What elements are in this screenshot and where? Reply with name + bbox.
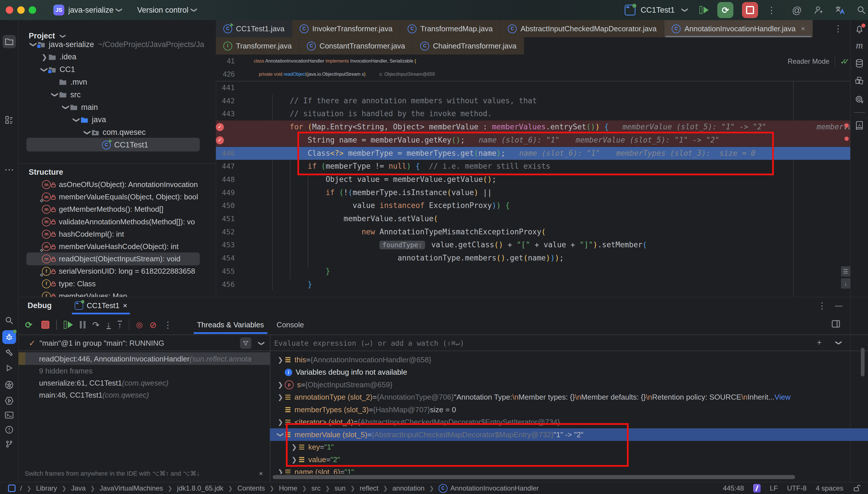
horizontal-scrollbar[interactable] — [273, 475, 795, 479]
structure-item[interactable]: m◇memberValueHashCode(Object): int — [18, 241, 216, 253]
indent-style[interactable]: 4 spaces — [816, 484, 843, 492]
chevron-down-icon[interactable]: ❯ — [30, 41, 38, 48]
search-everywhere-icon[interactable] — [856, 5, 866, 15]
resume-button[interactable] — [700, 6, 709, 14]
code-line-426[interactable]: 426 private void readObject(java.io.Obje… — [216, 68, 850, 81]
variable-row-s[interactable]: ❯ps = {ObjectInputStream@659} — [270, 378, 868, 391]
close-icon[interactable]: × — [801, 25, 805, 33]
editor-tab[interactable]: CCC1Test1.java — [216, 20, 292, 37]
frame-row[interactable]: readObject:446, AnnotationInvocationHand… — [25, 353, 270, 365]
close-icon[interactable]: × — [123, 301, 127, 310]
chevron-down-icon[interactable]: ❯ — [277, 430, 284, 439]
thread-selector[interactable]: ✓ "main"@1 in group "main": RUNNING ❯ — [18, 336, 270, 350]
code-line-443[interactable]: 443 // situation is handled by the invok… — [216, 107, 850, 120]
code-line-449[interactable]: 449 if (!(memberType.isInstance(value) |… — [216, 186, 850, 200]
breadcrumb-item[interactable]: reflect — [359, 484, 378, 492]
dictionary-icon[interactable]: A — [855, 121, 864, 131]
services-tool-icon[interactable] — [5, 396, 14, 405]
breadcrumb-item[interactable]: src — [311, 484, 321, 492]
structure-item[interactable]: fmemberValues: Map — [18, 290, 216, 297]
vertical-scrollbar[interactable] — [861, 348, 865, 376]
more-tools-icon[interactable]: ⋯ — [4, 164, 14, 175]
editor-tab[interactable]: ITransformer.java — [216, 37, 299, 55]
step-into-icon[interactable]: ↓ — [107, 321, 111, 329]
tree-item-cc1[interactable]: ❯CC1 — [18, 63, 216, 76]
maximize-window-button[interactable] — [29, 6, 36, 14]
build-tool-icon[interactable] — [5, 348, 14, 358]
rerun-debug-button[interactable]: ⟳ — [717, 2, 733, 18]
translate-icon[interactable] — [835, 5, 845, 15]
hide-panel-icon[interactable]: — — [835, 301, 843, 310]
scrollbar-widget-lines-icon[interactable]: ☰ — [841, 266, 850, 277]
code-line-451[interactable]: 451 memberValue.setValue( — [216, 212, 850, 226]
code-line-452[interactable]: 452 new AnnotationTypeMismatchExceptionP… — [216, 226, 850, 239]
breadcrumb-item[interactable]: sun — [334, 484, 346, 492]
debug-more-icon[interactable]: ⋮ — [164, 320, 172, 330]
tree-item-java-serialize[interactable]: ❯java-serialize~/Code­Project/JavaProjec… — [18, 38, 216, 51]
code-line-455[interactable]: 455 } — [216, 265, 850, 278]
tree-item-com-qwesec[interactable]: ❯com.qwesec — [18, 126, 216, 139]
chevron-down-icon[interactable]: ❯ — [73, 116, 81, 124]
stop-icon[interactable] — [41, 321, 49, 329]
editor-tab[interactable]: CAbstractInputCheckedMapDecorator.java — [500, 20, 664, 37]
stop-button[interactable] — [742, 2, 758, 18]
database-icon[interactable] — [855, 59, 864, 69]
structure-item[interactable]: m◇memberValueEquals(Object, Object): boo… — [18, 191, 216, 203]
caret-position[interactable]: 445:48 — [723, 484, 744, 492]
add-user-icon[interactable] — [813, 5, 823, 15]
chevron-down-icon[interactable]: ❯ — [835, 340, 843, 345]
step-over-icon[interactable]: ↷ — [92, 320, 99, 330]
editor-tab[interactable]: CAnnotationInvocationHandler.java× — [664, 20, 813, 37]
code-line-450[interactable]: 450 value instanceof ExceptionProxy)) { — [216, 199, 850, 212]
chevron-right-icon[interactable]: ❯ — [276, 418, 285, 426]
problems-tool-icon[interactable] — [5, 425, 14, 434]
notifications-icon[interactable] — [854, 24, 864, 34]
search-tool-icon[interactable] — [5, 316, 14, 325]
dependencies-icon[interactable] — [854, 76, 864, 86]
kubernetes-tool-icon[interactable] — [4, 380, 14, 390]
ai-assistant-icon[interactable]: @ — [792, 5, 802, 16]
git-tool-icon[interactable] — [5, 439, 14, 449]
view-breakpoints-icon[interactable]: ◎ — [136, 320, 143, 329]
run-tool-icon[interactable] — [5, 364, 13, 372]
breakpoint-icon[interactable]: ✓ — [216, 136, 224, 144]
vcs-menu[interactable]: Version control — [137, 6, 189, 15]
pause-icon[interactable] — [80, 321, 86, 328]
breadcrumb-item[interactable]: Contents — [237, 484, 265, 492]
editor-tab[interactable]: CConstantTransformer.java — [299, 37, 413, 55]
variable-row-annotationtype-slot_2-[interactable]: ❯annotationType (slot_2) = {AnnotationTy… — [270, 391, 868, 404]
structure-item[interactable]: mhashCodeImpl(): int — [18, 228, 216, 241]
code-line-441[interactable]: 441 — [216, 81, 850, 94]
tab-options-icon[interactable]: ⋮ — [834, 23, 843, 34]
structure-item[interactable]: ftype: Class — [18, 278, 216, 290]
editor-tab[interactable]: CInvokerTransformer.java — [292, 20, 400, 37]
plugin-status-icon[interactable] — [753, 484, 761, 493]
code-line-453[interactable]: 453 foundType: value.getClass() + "[" + … — [216, 239, 850, 252]
code-line-442[interactable]: 442 // If there are annotation members w… — [216, 94, 850, 108]
chevron-down-icon[interactable]: ❯ — [40, 66, 49, 73]
debug-session-tab[interactable]: CC1Test1 × — [72, 297, 130, 314]
tree-item-main[interactable]: ❯main — [18, 101, 216, 114]
chevron-down-icon[interactable]: ❯ — [84, 129, 92, 136]
variable-row[interactable]: iVariables debug info not available — [270, 366, 868, 379]
maven-icon[interactable]: m — [856, 40, 863, 51]
chevron-down-icon[interactable]: ❯ — [62, 103, 70, 111]
add-watch-icon[interactable]: + — [817, 338, 821, 347]
chevron-right-icon[interactable]: ❯ — [41, 53, 48, 61]
breadcrumb-item[interactable]: annotation — [392, 484, 425, 492]
breadcrumb-item[interactable]: JavaVirtualMachines — [99, 484, 163, 492]
code-editor[interactable]: 441442 // If there are annotation member… — [216, 55, 850, 297]
inspections-ok-icon[interactable]: ✓✓ — [840, 57, 850, 66]
chevron-right-icon[interactable]: ❯ — [276, 393, 285, 401]
mute-breakpoints-icon[interactable]: ⊘ — [150, 320, 157, 330]
structure-item[interactable]: masOneOfUs(Object): AnnotationInvocation — [18, 178, 216, 191]
tree-item-cc1test1[interactable]: CCC1Test1 — [18, 138, 216, 151]
debug-panel-title[interactable]: Debug — [27, 301, 52, 310]
debug-tool-icon[interactable] — [2, 330, 16, 344]
line-separator[interactable]: LF — [770, 484, 778, 492]
tab-threads-variables[interactable]: Threads & Variables — [190, 316, 271, 334]
frame-row[interactable]: 9 hidden frames — [25, 365, 270, 377]
debug-options-icon[interactable]: ⋮ — [818, 301, 826, 311]
structure-item[interactable]: mvalidateAnnotationMethods(Method[]): vo — [18, 216, 216, 228]
structure-item[interactable]: f◇serialVersionUID: long = 6182022883658 — [18, 265, 216, 278]
